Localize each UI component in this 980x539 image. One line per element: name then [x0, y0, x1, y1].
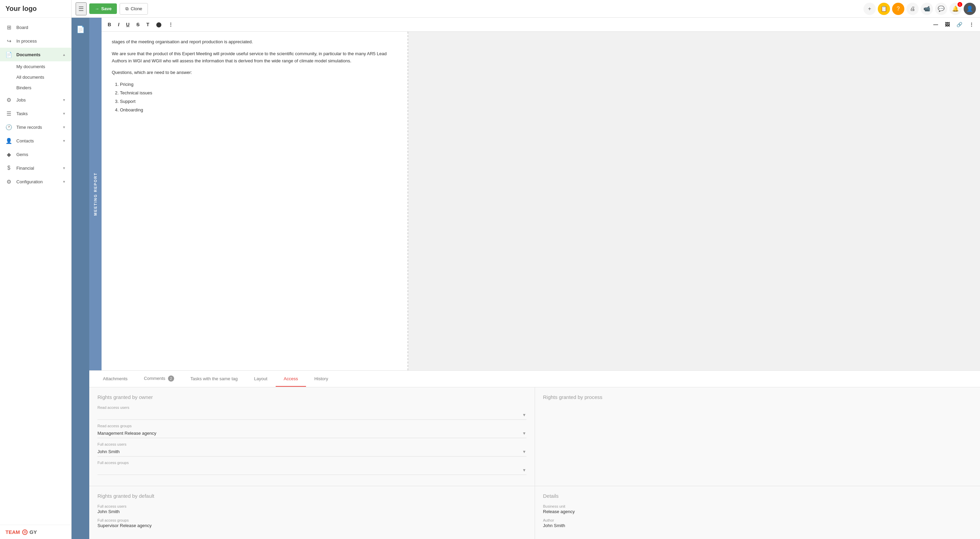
- sidebar-item-tasks[interactable]: ☰ Tasks ▼: [0, 107, 71, 120]
- print-button[interactable]: 🖨: [907, 3, 919, 15]
- sidebar-item-configuration[interactable]: ⚙ Configuration ▼: [0, 175, 71, 188]
- bell-icon: 🔔: [952, 5, 959, 12]
- nav-items: ⊞ Board ↪ In process 📄 Documents ▲ My do…: [0, 18, 71, 525]
- separator-button[interactable]: —: [931, 21, 940, 29]
- teamogy-logo: TEAM⊙GY: [5, 529, 66, 535]
- menu-button[interactable]: ☰: [76, 2, 87, 15]
- paragraph-3: Questions, which are need to be answer:: [112, 69, 397, 76]
- sidebar-item-board[interactable]: ⊞ Board: [0, 21, 71, 34]
- tabs-bar: Attachments Comments 2 Tasks with the sa…: [89, 371, 980, 387]
- rights-granted-by-process-section: Rights granted by process: [535, 387, 980, 486]
- bold-button[interactable]: B: [106, 21, 113, 29]
- save-button[interactable]: → Save: [89, 3, 117, 14]
- read-access-groups-group: Read access groups Management Release ag…: [97, 424, 527, 438]
- help-button[interactable]: ?: [892, 3, 904, 15]
- board-icon: ⊞: [5, 24, 12, 31]
- sidebar-item-jobs[interactable]: ⚙ Jobs ▼: [0, 93, 71, 107]
- full-access-groups-label: Full access groups: [97, 461, 527, 465]
- business-unit-row: Business unit Release agency: [543, 504, 972, 514]
- sidebar: Your logo ⊞ Board ↪ In process 📄 Documen…: [0, 0, 72, 539]
- tab-attachments[interactable]: Attachments: [95, 371, 135, 387]
- list-item-1: Pricing: [120, 81, 397, 88]
- tab-tasks-same-tag[interactable]: Tasks with the same tag: [182, 371, 246, 387]
- editor-content[interactable]: stages of the meeting organisation and r…: [102, 32, 408, 370]
- more-button[interactable]: ⋮: [166, 21, 175, 29]
- author-value: John Smith: [543, 523, 972, 528]
- image-button[interactable]: 🖼: [943, 21, 952, 29]
- financial-icon: $: [5, 165, 12, 172]
- chat-button[interactable]: 💬: [935, 3, 947, 15]
- doc-sidebar: 📄: [72, 18, 89, 539]
- sidebar-item-gems[interactable]: ◆ Gems: [0, 148, 71, 161]
- tab-access[interactable]: Access: [276, 371, 306, 387]
- full-access-groups-group: Full access groups ▼: [97, 461, 527, 475]
- notifications-button[interactable]: 🔔 1: [949, 3, 962, 15]
- notification-badge: 1: [958, 2, 962, 7]
- notes-button[interactable]: 📋: [878, 3, 890, 15]
- add-button[interactable]: +: [864, 3, 876, 15]
- chat-icon: 💬: [938, 5, 945, 12]
- notes-icon: 📋: [880, 5, 887, 12]
- strikethrough-button[interactable]: S: [134, 21, 142, 29]
- paragraph-2: We are sure that the product of this Exp…: [112, 51, 397, 65]
- dropdown-arrow-icon: ▼: [522, 413, 527, 417]
- rights-granted-by-owner-section: Rights granted by owner Read access user…: [89, 387, 535, 486]
- details-section-title: Details: [543, 493, 972, 499]
- sidebar-item-my-documents[interactable]: My documents: [0, 61, 71, 72]
- sidebar-item-contacts[interactable]: 👤 Contacts ▼: [0, 134, 71, 148]
- question-icon: ?: [897, 6, 900, 12]
- business-unit-value: Release agency: [543, 509, 972, 514]
- details-section: Details Business unit Release agency Aut…: [535, 486, 980, 539]
- default-section-title: Rights granted by default: [97, 493, 527, 499]
- avatar-button[interactable]: 👤: [964, 3, 976, 15]
- time-records-icon: 🕐: [5, 124, 12, 130]
- tasks-icon: ☰: [5, 110, 12, 117]
- full-access-users-label: Full access users: [97, 442, 527, 446]
- doc-type-icon[interactable]: 📄: [73, 22, 88, 37]
- read-access-groups-value[interactable]: Management Release agency ▼: [97, 429, 527, 438]
- comments-badge: 2: [168, 375, 174, 382]
- contacts-icon: 👤: [5, 137, 12, 144]
- tab-history[interactable]: History: [306, 371, 336, 387]
- italic-button[interactable]: I: [116, 21, 121, 29]
- bottom-panel: Attachments Comments 2 Tasks with the sa…: [89, 370, 980, 539]
- more2-button[interactable]: ⋮: [967, 21, 976, 29]
- font-size-button[interactable]: T: [144, 21, 151, 29]
- sidebar-item-all-documents[interactable]: All documents: [0, 72, 71, 83]
- full-access-users-group: Full access users John Smith ▼: [97, 442, 527, 456]
- full-access-groups-value[interactable]: ▼: [97, 466, 527, 475]
- editor-toolbar: B I U S T ⬤ ⋮ — 🖼 🔗 ⋮: [102, 18, 980, 32]
- default-full-access-groups-value: Supervisor Release agency: [97, 523, 527, 528]
- tab-comments[interactable]: Comments 2: [135, 371, 182, 387]
- vertical-label: MEETING REPORT: [93, 172, 97, 216]
- underline-button[interactable]: U: [124, 21, 132, 29]
- list-item-2: Technical issues: [120, 90, 397, 97]
- full-access-users-value[interactable]: John Smith ▼: [97, 447, 527, 456]
- video-button[interactable]: 📹: [921, 3, 933, 15]
- financial-arrow: ▼: [62, 166, 66, 170]
- configuration-arrow: ▼: [62, 180, 66, 184]
- sidebar-item-financial[interactable]: $ Financial ▼: [0, 161, 71, 175]
- sidebar-item-in-process[interactable]: ↪ In process: [0, 34, 71, 48]
- read-access-users-group: Read access users ▼: [97, 405, 527, 420]
- read-access-groups-label: Read access groups: [97, 424, 527, 428]
- clone-button[interactable]: ⧉ Clone: [119, 3, 148, 15]
- list-item-4: Onboarding: [120, 107, 397, 114]
- read-access-users-value[interactable]: ▼: [97, 410, 527, 420]
- topbar: ☰ → Save ⧉ Clone + 📋 ? 🖨: [72, 0, 980, 18]
- tab-layout[interactable]: Layout: [246, 371, 275, 387]
- sidebar-item-time-records[interactable]: 🕐 Time records ▼: [0, 120, 71, 134]
- read-access-users-label: Read access users: [97, 405, 527, 410]
- default-full-access-users-group: Full access users John Smith: [97, 504, 527, 514]
- documents-arrow: ▲: [62, 53, 66, 57]
- sidebar-item-binders[interactable]: Binders: [0, 83, 71, 93]
- plus-icon: +: [868, 6, 871, 12]
- color-button[interactable]: ⬤: [154, 21, 164, 29]
- link-button[interactable]: 🔗: [955, 21, 964, 29]
- print-icon: 🖨: [910, 6, 915, 12]
- sidebar-item-documents[interactable]: 📄 Documents ▲: [0, 48, 71, 61]
- default-full-access-users-value: John Smith: [97, 509, 527, 514]
- contacts-arrow: ▼: [62, 139, 66, 143]
- owner-section-title: Rights granted by owner: [97, 394, 527, 400]
- list-item-3: Support: [120, 98, 397, 105]
